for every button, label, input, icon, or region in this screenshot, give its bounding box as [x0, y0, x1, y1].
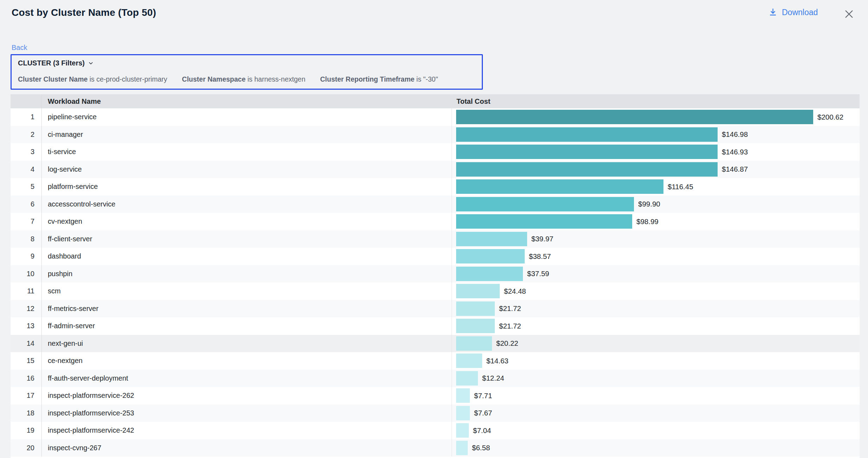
workload-name-cell: pipeline-service: [42, 108, 452, 126]
workload-name-cell: cv-nextgen: [42, 213, 452, 230]
row-rank: 12: [11, 300, 42, 318]
total-cost-cell: $99.90: [452, 196, 860, 213]
workload-name-cell: inspect-platformservice-253: [42, 405, 452, 422]
cost-bar: [456, 284, 500, 298]
total-cost-cell: $146.98: [452, 126, 860, 144]
workload-name-cell: ff-client-server: [42, 230, 452, 248]
table-row[interactable]: 3ti-service$146.93: [11, 143, 860, 161]
filter-dropdown-label: CLUSTER (3 Filters): [18, 59, 85, 67]
download-button[interactable]: Download: [768, 8, 818, 17]
active-filters-row: Cluster Cluster Name is ce-prod-cluster-…: [18, 75, 438, 83]
total-cost-cell: $200.62: [452, 108, 860, 126]
table-row[interactable]: 18inspect-platformservice-253$7.67: [11, 405, 860, 422]
total-cost-cell: $14.63: [452, 352, 860, 370]
workload-name-cell: next-gen-ui: [42, 335, 452, 352]
table-row[interactable]: 2ci-manager$146.98: [11, 126, 860, 144]
workload-name-cell: log-service: [42, 161, 452, 178]
workload-name-cell: inspect-cvng-267: [42, 439, 452, 457]
total-cost-cell: $98.99: [452, 213, 860, 230]
row-rank: 19: [11, 422, 42, 439]
filter-condition: is ce-prod-cluster-primary: [90, 75, 167, 83]
filter-field: Cluster Cluster Name: [18, 75, 88, 83]
row-rank: 18: [11, 405, 42, 422]
total-cost-cell: $7.71: [452, 387, 860, 405]
cost-bar: [456, 179, 663, 194]
cost-bar: [456, 145, 718, 159]
total-cost-cell: $146.87: [452, 161, 860, 178]
cost-value: $20.22: [496, 339, 518, 348]
total-cost-cell: $116.45: [452, 178, 860, 196]
page-title: Cost by Cluster Name (Top 50): [12, 7, 156, 18]
row-rank: 20: [11, 439, 42, 457]
cost-value: $98.99: [636, 217, 659, 226]
row-rank: 7: [11, 213, 42, 230]
total-cost-cell: $24.48: [452, 282, 860, 300]
filter-dropdown-toggle[interactable]: CLUSTER (3 Filters): [18, 59, 94, 67]
table-row[interactable]: 8ff-client-server$39.97: [11, 230, 860, 248]
cost-value: $37.59: [527, 269, 549, 278]
cost-bar: [456, 319, 495, 333]
workload-name-cell: ti-service: [42, 143, 452, 161]
workload-name-cell: pushpin: [42, 265, 452, 283]
table-row[interactable]: 9dashboard$38.57: [11, 248, 860, 265]
row-rank: 15: [11, 352, 42, 370]
download-label: Download: [782, 8, 818, 17]
cost-bar: [456, 127, 718, 142]
table-row[interactable]: 17inspect-platformservice-262$7.71: [11, 387, 860, 405]
cost-value: $146.98: [722, 130, 748, 139]
close-button[interactable]: [843, 8, 856, 20]
filter-condition: is harness-nextgen: [247, 75, 305, 83]
row-rank: 16: [11, 370, 42, 387]
filter-item-cluster-name[interactable]: Cluster Cluster Name is ce-prod-cluster-…: [18, 75, 167, 83]
total-cost-cell: $37.59: [452, 265, 860, 283]
cost-value: $6.58: [472, 444, 490, 452]
workload-name-cell: scm: [42, 282, 452, 300]
filter-condition: is "-30": [416, 75, 438, 83]
cost-bar: [456, 301, 495, 316]
table-body: 1pipeline-service$200.622ci-manager$146.…: [11, 108, 860, 457]
total-cost-cell: $21.72: [452, 317, 860, 335]
table-row[interactable]: 1pipeline-service$200.62: [11, 108, 860, 126]
total-cost-cell: $12.24: [452, 370, 860, 387]
table-row[interactable]: 6accesscontrol-service$99.90: [11, 196, 860, 213]
workload-name-cell: platform-service: [42, 178, 452, 196]
table-row[interactable]: 4log-service$146.87: [11, 161, 860, 178]
total-cost-column-header[interactable]: Total Cost: [452, 94, 860, 108]
table-row[interactable]: 7cv-nextgen$98.99: [11, 213, 860, 230]
table-row[interactable]: 5platform-service$116.45: [11, 178, 860, 196]
table-row[interactable]: 10pushpin$37.59: [11, 265, 860, 283]
table-row[interactable]: 14next-gen-ui$20.22: [11, 335, 860, 352]
row-rank: 9: [11, 248, 42, 265]
filter-field: Cluster Namespace: [182, 75, 246, 83]
workload-name-column-header[interactable]: Workload Name: [42, 94, 452, 108]
table-row[interactable]: 19inspect-platformservice-242$7.04: [11, 422, 860, 439]
table-row[interactable]: 12ff-metrics-server$21.72: [11, 300, 860, 318]
table-row[interactable]: 20inspect-cvng-267$6.58: [11, 439, 860, 457]
total-cost-cell: $7.04: [452, 422, 860, 439]
row-rank: 3: [11, 143, 42, 161]
cost-value: $116.45: [668, 183, 693, 191]
total-cost-cell: $20.22: [452, 335, 860, 352]
cost-value: $38.57: [529, 252, 551, 261]
cost-bar: [456, 354, 482, 368]
cost-table: Workload Name Total Cost 1pipeline-servi…: [11, 94, 860, 457]
back-link[interactable]: Back: [12, 44, 27, 52]
cost-bar: [456, 249, 525, 263]
table-row[interactable]: 16ff-auth-server-deployment$12.24: [11, 370, 860, 387]
table-row[interactable]: 13ff-admin-server$21.72: [11, 317, 860, 335]
cost-bar: [456, 197, 634, 211]
cost-bar: [456, 267, 523, 281]
workload-name-cell: accesscontrol-service: [42, 196, 452, 213]
cost-value: $7.04: [473, 426, 491, 435]
table-row[interactable]: 11scm$24.48: [11, 282, 860, 300]
workload-name-cell: ff-admin-server: [42, 317, 452, 335]
table-row[interactable]: 15ce-nextgen$14.63: [11, 352, 860, 370]
row-rank: 13: [11, 317, 42, 335]
row-rank: 11: [11, 282, 42, 300]
row-rank: 14: [11, 335, 42, 352]
filter-item-namespace[interactable]: Cluster Namespace is harness-nextgen: [182, 75, 305, 83]
workload-name-cell: dashboard: [42, 248, 452, 265]
filter-item-reporting-timeframe[interactable]: Cluster Reporting Timeframe is "-30": [320, 75, 438, 83]
row-rank: 6: [11, 196, 42, 213]
cost-value: $146.93: [722, 148, 748, 156]
